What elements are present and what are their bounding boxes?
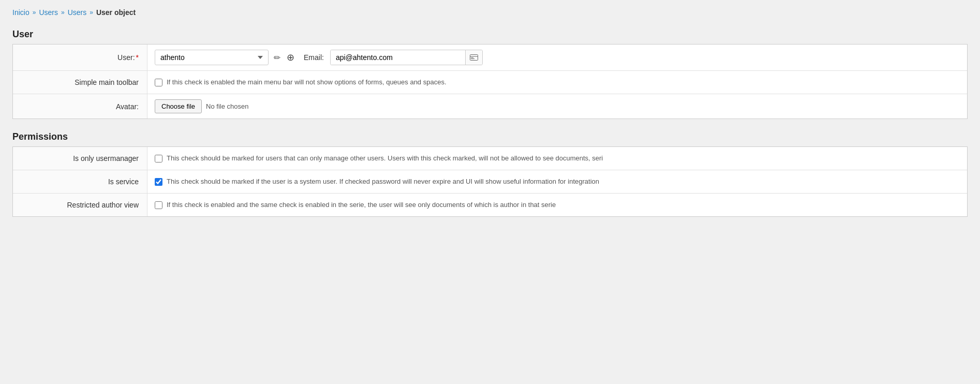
restricted-author-view-row: Restricted author view If this check is … [13, 194, 967, 216]
avatar-label: Avatar: [13, 94, 147, 119]
avatar-row: Avatar: Choose file No file chosen [13, 94, 967, 119]
breadcrumb-current: User object [96, 8, 136, 17]
user-field-content: athento ✏ ⊕ Email: [147, 45, 967, 70]
page-container: Inicio » Users » Users » User object Use… [0, 0, 980, 384]
is-service-field: This check should be marked if the user … [147, 170, 967, 193]
is-service-checkbox[interactable] [155, 178, 162, 186]
choose-file-button[interactable]: Choose file [155, 99, 202, 113]
is-service-label: Is service [13, 170, 147, 193]
breadcrumb-separator-1: » [33, 9, 36, 16]
user-select[interactable]: athento [155, 50, 269, 65]
restricted-author-view-description: If this check is enabled and the same ch… [167, 200, 556, 210]
add-user-button[interactable]: ⊕ [286, 51, 295, 64]
breadcrumb-inicio[interactable]: Inicio [12, 8, 29, 17]
edit-user-button[interactable]: ✏ [273, 52, 281, 64]
permissions-section-title: Permissions [12, 131, 968, 142]
pencil-icon: ✏ [274, 53, 280, 63]
is-service-row: Is service This check should be marked i… [13, 170, 967, 194]
is-only-usermanager-description: This check should be marked for users th… [167, 154, 603, 163]
simple-toolbar-row: Simple main toolbar If this check is ena… [13, 71, 967, 94]
simple-toolbar-label: Simple main toolbar [13, 71, 147, 94]
email-label: Email: [304, 53, 324, 62]
user-row: User: * athento ✏ ⊕ Email: [13, 45, 967, 71]
is-only-usermanager-field: This check should be marked for users th… [147, 147, 967, 170]
breadcrumb-separator-2: » [61, 9, 65, 16]
permissions-section: Permissions Is only usermanager This che… [12, 131, 968, 217]
user-section: User User: * athento ✏ ⊕ [12, 29, 968, 119]
svg-rect-3 [471, 58, 474, 59]
is-only-usermanager-row: Is only usermanager This check should be… [13, 147, 967, 170]
avatar-field: Choose file No file chosen [147, 94, 967, 119]
permissions-form-table: Is only usermanager This check should be… [12, 146, 968, 217]
email-card-icon [465, 50, 482, 65]
no-file-text: No file chosen [206, 102, 248, 110]
is-only-usermanager-label: Is only usermanager [13, 147, 147, 170]
restricted-author-view-field: If this check is enabled and the same ch… [147, 194, 967, 216]
user-field-label: User: * [13, 45, 147, 70]
breadcrumb-users-1[interactable]: Users [39, 8, 58, 17]
is-service-description: This check should be marked if the user … [167, 177, 599, 186]
svg-rect-2 [471, 57, 473, 58]
restricted-author-view-label: Restricted author view [13, 194, 147, 216]
simple-toolbar-description: If this check is enabled the main menu b… [167, 78, 447, 87]
user-section-title: User [12, 29, 968, 40]
is-only-usermanager-checkbox[interactable] [155, 155, 162, 163]
breadcrumb-separator-3: » [90, 9, 93, 16]
breadcrumb-users-2[interactable]: Users [68, 8, 87, 17]
simple-toolbar-field: If this check is enabled the main menu b… [147, 71, 967, 94]
user-form-table: User: * athento ✏ ⊕ Email: [12, 44, 968, 119]
add-circle-icon: ⊕ [287, 52, 294, 63]
breadcrumb: Inicio » Users » Users » User object [12, 8, 968, 17]
email-input-wrapper [330, 50, 483, 65]
email-input[interactable] [331, 50, 465, 65]
required-star: * [136, 53, 139, 62]
simple-toolbar-checkbox[interactable] [155, 79, 162, 86]
restricted-author-view-checkbox[interactable] [155, 201, 162, 209]
